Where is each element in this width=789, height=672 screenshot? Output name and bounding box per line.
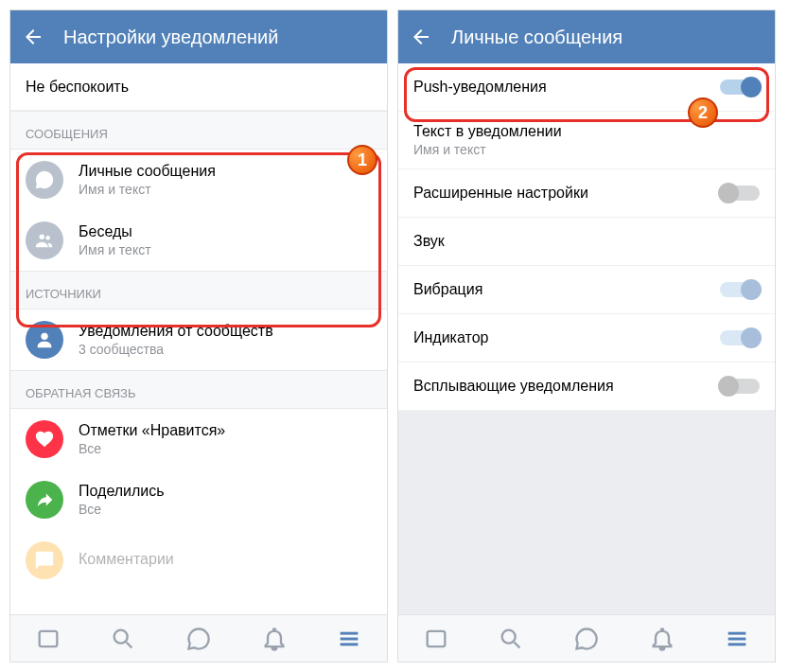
item-sub: Имя и текст (79, 242, 372, 257)
bottom-nav (398, 614, 775, 662)
header: Настройки уведомлений (10, 10, 387, 63)
nav-feed-icon[interactable] (35, 626, 61, 652)
item-title: Уведомления от сообществ (79, 323, 372, 340)
nav-search-icon[interactable] (498, 626, 524, 652)
indicator-toggle[interactable] (720, 330, 760, 345)
item-comments[interactable]: Комментарии (10, 530, 387, 591)
nav-messages-icon[interactable] (185, 626, 212, 652)
item-private-messages[interactable]: Личные сообщения Имя и текст (10, 150, 387, 210)
setting-label: Вибрация (413, 281, 482, 298)
svg-point-2 (41, 333, 47, 340)
vibration-row[interactable]: Вибрация (398, 266, 775, 314)
item-sub: Имя и текст (79, 182, 372, 197)
setting-label: Индикатор (413, 329, 488, 346)
svg-point-10 (502, 629, 516, 643)
setting-label: Всплывающие уведомления (413, 378, 614, 395)
nav-feed-icon[interactable] (423, 626, 449, 652)
nav-menu-icon[interactable] (724, 626, 750, 652)
heart-icon (26, 420, 63, 458)
nav-messages-icon[interactable] (573, 626, 600, 652)
setting-label: Расширенные настройки (413, 185, 588, 202)
nav-notifications-icon[interactable] (261, 626, 288, 652)
content: Push-уведомления Текст в уведомлении Имя… (398, 63, 775, 614)
message-icon (26, 161, 63, 199)
push-toggle[interactable] (720, 80, 760, 95)
dnd-row[interactable]: Не беспокоить (10, 63, 387, 111)
nav-menu-icon[interactable] (336, 626, 362, 652)
section-messages-header: СООБЩЕНИЯ (10, 111, 387, 150)
back-icon[interactable] (410, 26, 432, 48)
svg-point-4 (114, 629, 128, 643)
step-badge-2: 2 (688, 97, 718, 128)
item-title: Отметки «Нравится» (79, 422, 372, 439)
header-title: Личные сообщения (451, 27, 622, 48)
setting-label: Звук (413, 233, 445, 250)
advanced-toggle[interactable] (720, 186, 760, 201)
item-title: Личные сообщения (79, 163, 372, 180)
item-shares[interactable]: Поделились Все (10, 469, 387, 530)
svg-rect-9 (427, 630, 445, 645)
dnd-label: Не беспокоить (26, 79, 129, 96)
popup-row[interactable]: Всплывающие уведомления (398, 363, 775, 411)
back-icon[interactable] (22, 26, 44, 48)
indicator-row[interactable]: Индикатор (398, 314, 775, 363)
svg-line-11 (515, 642, 520, 647)
svg-line-5 (127, 642, 132, 647)
left-screen: Настройки уведомлений Не беспокоить СООБ… (9, 9, 388, 663)
item-sub: Все (79, 502, 372, 517)
group-icon (26, 221, 63, 259)
item-sub: Все (79, 441, 372, 456)
sound-row[interactable]: Звук (398, 218, 775, 266)
header: Личные сообщения (398, 10, 775, 63)
svg-point-0 (40, 235, 45, 240)
comment-icon (26, 541, 63, 579)
popup-toggle[interactable] (720, 379, 760, 394)
section-feedback-header: ОБРАТНАЯ СВЯЗЬ (10, 370, 387, 409)
community-icon (26, 321, 63, 359)
svg-rect-3 (39, 630, 57, 645)
vibration-toggle[interactable] (720, 282, 760, 297)
empty-area (398, 411, 775, 614)
item-title: Поделились (79, 483, 372, 500)
item-title: Беседы (79, 223, 372, 240)
item-likes[interactable]: Отметки «Нравится» Все (10, 409, 387, 469)
advanced-row[interactable]: Расширенные настройки (398, 169, 775, 218)
step-badge-1: 1 (347, 145, 377, 175)
right-screen: Личные сообщения Push-уведомления Текст … (397, 9, 776, 663)
nav-notifications-icon[interactable] (649, 626, 675, 652)
push-row[interactable]: Push-уведомления (398, 63, 775, 112)
item-sub: 3 сообщества (79, 342, 372, 357)
nav-search-icon[interactable] (110, 626, 136, 652)
item-conversations[interactable]: Беседы Имя и текст (10, 210, 387, 271)
svg-point-1 (45, 236, 50, 240)
setting-sub: Имя и текст (413, 142, 760, 157)
section-sources-header: ИСТОЧНИКИ (10, 271, 387, 309)
item-community-notifications[interactable]: Уведомления от сообществ 3 сообщества (10, 309, 387, 370)
content: Не беспокоить СООБЩЕНИЯ Личные сообщения… (10, 63, 387, 614)
bottom-nav (10, 614, 387, 662)
text-in-notification-row[interactable]: Текст в уведомлении Имя и текст (398, 112, 775, 169)
share-icon (26, 481, 63, 519)
item-title: Комментарии (79, 551, 372, 568)
header-title: Настройки уведомлений (63, 27, 278, 48)
push-label: Push-уведомления (413, 79, 547, 96)
